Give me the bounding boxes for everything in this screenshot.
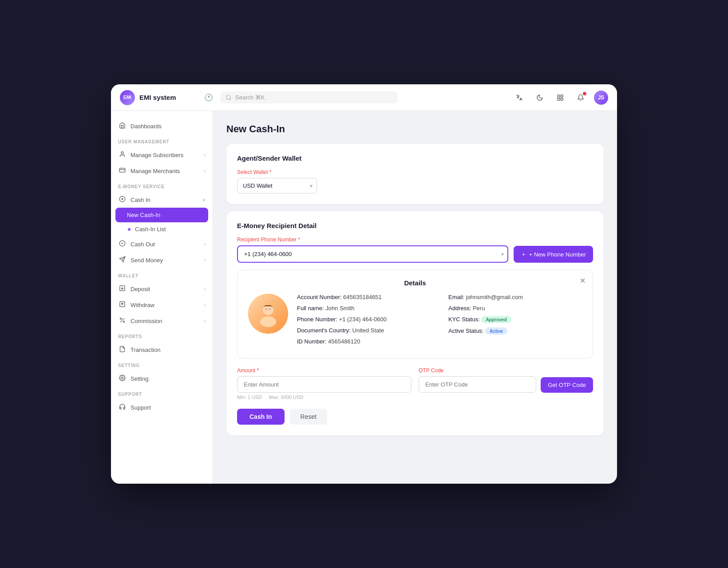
chevron-cash-in: ∨: [202, 197, 206, 203]
sidebar-label-setting: Setting: [131, 375, 148, 382]
svg-line-19: [120, 318, 124, 322]
phone-label: Recipient Phone Number *: [237, 237, 593, 243]
amount-label: Amount *: [237, 367, 411, 374]
svg-point-25: [265, 308, 267, 310]
get-otp-button[interactable]: Get OTP Code: [541, 377, 593, 393]
sidebar-label-cash-out: Cash Out: [131, 241, 155, 248]
otp-input[interactable]: [419, 376, 536, 393]
wallet-select-wrapper[interactable]: USD Wallet EUR Wallet GBP Wallet ▾: [237, 178, 317, 193]
sidebar-item-dashboards[interactable]: Dashboards: [111, 118, 213, 134]
content-area: New Cash-In Agent/Sender Wallet Select W…: [213, 111, 617, 484]
recipient-row: +1 (234) 464-0600 ▾ ＋ + New Phone Number: [237, 245, 593, 263]
sidebar-item-withdraw[interactable]: Withdraw ›: [111, 297, 213, 313]
sidebar-item-send-money[interactable]: Send Money ›: [111, 252, 213, 268]
wallet-select[interactable]: USD Wallet EUR Wallet GBP Wallet: [237, 178, 317, 193]
detail-phone: Phone Number: +1 (234) 464-0600: [297, 316, 431, 323]
phone-select[interactable]: +1 (234) 464-0600: [237, 245, 508, 263]
section-label-wallet: WALLET: [111, 268, 213, 281]
action-row: Cash In Reset: [237, 409, 593, 425]
sidebar-item-transaction[interactable]: Transaction: [111, 342, 213, 358]
search-bar[interactable]: Search ⌘K: [220, 91, 398, 103]
commission-icon: [118, 317, 126, 325]
close-details-button[interactable]: ✕: [580, 276, 586, 285]
sidebar-item-commission[interactable]: Commission ›: [111, 313, 213, 329]
details-col-left: Account Number: 645635184651 Full name: …: [297, 294, 431, 349]
details-title: Details: [248, 279, 582, 287]
new-phone-label: + New Phone Number: [529, 251, 586, 258]
notification-icon-btn[interactable]: [574, 91, 588, 105]
get-otp-label: Get OTP Code: [548, 382, 586, 388]
sidebar-label-commission: Commission: [131, 318, 162, 324]
otp-label: OTP Code: [419, 367, 536, 374]
detail-active-status: Active Status: Active: [448, 327, 582, 335]
new-phone-button[interactable]: ＋ + New Phone Number: [514, 246, 593, 263]
grid-icon-btn[interactable]: [553, 91, 567, 105]
detail-email: Email: johnsmith@gmail.com: [448, 294, 582, 300]
svg-point-24: [260, 316, 276, 327]
sidebar-item-deposit[interactable]: Deposit ›: [111, 281, 213, 297]
section-label-user-management: USER MANAGEMENT: [111, 134, 213, 147]
sidebar-item-cash-out[interactable]: Cash Out ›: [111, 236, 213, 252]
sidebar-label-cash-in-list: Cash-In List: [135, 226, 166, 233]
top-bar: EMI EMI system 🕐 Search ⌘K: [111, 84, 617, 111]
moon-icon-btn[interactable]: [533, 91, 547, 105]
dot-cash-in-list: [128, 228, 131, 231]
user-avatar-svg: [255, 300, 281, 327]
svg-rect-2: [561, 95, 563, 97]
sidebar-label-support: Support: [131, 404, 151, 411]
submit-label: Cash In: [249, 413, 272, 420]
sidebar-item-cash-in-list[interactable]: Cash-In List: [111, 222, 213, 236]
chevron-merchants: ›: [204, 168, 206, 174]
search-placeholder: Search ⌘K: [235, 94, 265, 101]
deposit-icon: [118, 285, 126, 293]
logo-badge: EMI: [120, 90, 135, 105]
setting-icon: [118, 375, 126, 383]
svg-point-26: [269, 308, 271, 310]
user-icon: [118, 151, 126, 159]
svg-point-0: [226, 95, 230, 99]
user-avatar[interactable]: JS: [594, 91, 608, 105]
amount-group: Amount * Min: 1 USD Max: 5000 USD: [237, 367, 411, 400]
section-label-setting: SETTING: [111, 358, 213, 371]
select-wallet-label: Select Wallet *: [237, 169, 593, 175]
detail-country: Document's Country: United State: [297, 327, 431, 334]
details-col-right: Email: johnsmith@gmail.com Address: Peru…: [448, 294, 582, 349]
svg-rect-3: [558, 98, 560, 100]
clock-icon[interactable]: 🕐: [204, 93, 213, 102]
chevron-withdraw: ›: [204, 302, 206, 308]
sidebar-item-cash-in[interactable]: Cash In ∨: [111, 192, 213, 208]
translate-icon: [516, 94, 523, 101]
sidebar-label-send-money: Send Money: [131, 257, 163, 264]
merchant-icon: [118, 167, 126, 175]
details-columns: Account Number: 645635184651 Full name: …: [297, 294, 582, 349]
amount-input[interactable]: [237, 376, 411, 393]
sidebar-item-manage-subscribers[interactable]: Manage Subscribers ›: [111, 147, 213, 163]
chevron-deposit: ›: [204, 286, 206, 292]
moon-icon: [536, 94, 543, 101]
detail-account-number: Account Number: 645635184651: [297, 294, 431, 300]
sidebar-item-manage-merchants[interactable]: Manage Merchants ›: [111, 163, 213, 179]
cash-in-submit-button[interactable]: Cash In: [237, 409, 285, 425]
sidebar-label-merchants: Manage Merchants: [131, 168, 180, 174]
search-icon: [226, 95, 232, 101]
sidebar-label-subscribers: Manage Subscribers: [131, 152, 183, 158]
reset-button[interactable]: Reset: [290, 409, 328, 425]
amount-hint: Min: 1 USD Max: 5000 USD: [237, 394, 411, 400]
svg-rect-4: [561, 98, 563, 100]
translate-icon-btn[interactable]: [512, 91, 526, 105]
send-money-icon: [118, 256, 126, 264]
app-name: EMI system: [139, 94, 176, 101]
details-panel: Details ✕: [237, 270, 593, 359]
otp-input-wrapper: OTP Code: [419, 367, 536, 393]
agent-wallet-title: Agent/Sender Wallet: [237, 154, 593, 162]
detail-id: ID Number: 4565486120: [297, 338, 431, 345]
user-avatar-inner: [248, 294, 288, 334]
sidebar-item-setting[interactable]: Setting: [111, 371, 213, 387]
sidebar-item-support[interactable]: Support: [111, 399, 213, 415]
recipient-card: E-Money Recipient Detail Recipient Phone…: [226, 211, 604, 435]
phone-select-wrapper[interactable]: +1 (234) 464-0600 ▾: [237, 245, 508, 263]
sidebar-item-new-cash-in[interactable]: New Cash-In: [115, 208, 208, 222]
chevron-commission: ›: [204, 318, 206, 323]
reset-label: Reset: [301, 413, 317, 420]
page-title: New Cash-In: [226, 123, 604, 135]
